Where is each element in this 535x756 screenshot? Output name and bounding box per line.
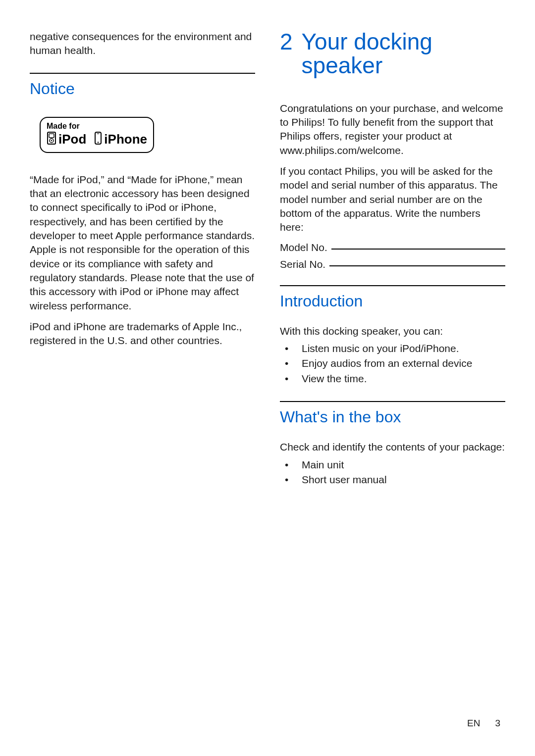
chapter-title: Your docking speaker xyxy=(302,30,505,78)
list-item: View the time. xyxy=(280,371,505,386)
serial-number-line: Serial No. xyxy=(280,258,505,270)
footer-page-number: 3 xyxy=(495,718,500,729)
footer-language: EN xyxy=(467,718,480,729)
trademark-paragraph: iPod and iPhone are trademarks of Apple … xyxy=(30,320,255,348)
chapter-number: 2 xyxy=(280,30,293,53)
iphone-device-icon xyxy=(94,132,102,147)
chapter-heading: 2 Your docking speaker xyxy=(280,30,505,78)
model-number-label: Model No. xyxy=(280,242,327,253)
whats-in-the-box-heading: What's in the box xyxy=(280,408,505,426)
svg-point-3 xyxy=(51,140,53,142)
left-column: negative consequences for the environmen… xyxy=(30,30,255,731)
box-bullets: Main unitShort user manual xyxy=(280,457,505,488)
list-item: Short user manual xyxy=(280,472,505,487)
intro-bullets: Listen music on your iPod/iPhone.Enjoy a… xyxy=(280,341,505,386)
mfi-paragraph: “Made for iPod,” and “Made for iPhone,” … xyxy=(30,173,255,313)
serial-number-label: Serial No. xyxy=(280,258,325,270)
rule xyxy=(280,285,505,286)
intro-fragment: negative consequences for the environmen… xyxy=(30,30,255,58)
rule xyxy=(30,73,255,74)
contact-paragraph: If you contact Philips, you will be aske… xyxy=(280,164,505,235)
serial-number-blank[interactable] xyxy=(329,265,505,266)
svg-point-5 xyxy=(98,142,99,143)
list-item: Listen music on your iPod/iPhone. xyxy=(280,341,505,356)
made-for-ipod-iphone-badge: Made for iPod xyxy=(40,117,154,153)
ipod-device-icon xyxy=(47,132,56,147)
mfi-ipod-label: iPod xyxy=(58,132,86,147)
intro-lead: With this docking speaker, you can: xyxy=(280,324,505,338)
rule xyxy=(280,401,505,402)
mfi-iphone-label: iPhone xyxy=(104,132,147,147)
model-number-blank[interactable] xyxy=(331,249,505,250)
model-number-line: Model No. xyxy=(280,242,505,253)
svg-rect-1 xyxy=(49,134,54,138)
introduction-heading: Introduction xyxy=(280,292,505,310)
mfi-made-for-label: Made for xyxy=(47,122,147,131)
notice-heading: Notice xyxy=(30,80,255,98)
list-item: Main unit xyxy=(280,457,505,472)
congrats-paragraph: Congratulations on your purchase, and we… xyxy=(280,101,505,157)
list-item: Enjoy audios from an external device xyxy=(280,356,505,371)
box-lead: Check and identify the contents of your … xyxy=(280,440,505,454)
page-footer: EN 3 xyxy=(467,718,500,729)
right-column: 2 Your docking speaker Congratulations o… xyxy=(280,30,505,731)
